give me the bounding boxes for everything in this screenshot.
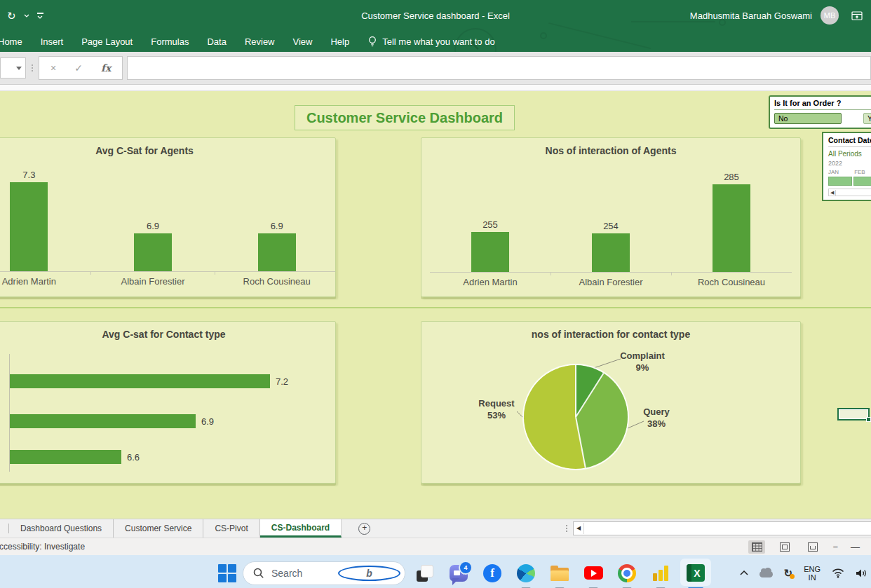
tell-me-box[interactable]: Tell me what you want to do xyxy=(368,36,494,48)
section-divider-line xyxy=(0,307,871,308)
selected-cell[interactable] xyxy=(837,408,870,421)
accessibility-status[interactable]: Accessibility: Investigate xyxy=(0,542,85,552)
onedrive-icon[interactable] xyxy=(759,568,773,577)
slicer-option-no[interactable]: No xyxy=(774,113,842,124)
task-view-icon xyxy=(417,565,433,582)
wifi-icon[interactable] xyxy=(832,568,844,578)
formula-bar-splitter[interactable] xyxy=(32,64,33,71)
ribbon-tab-review[interactable]: Review xyxy=(236,36,284,47)
name-box[interactable] xyxy=(0,57,26,78)
youtube-button[interactable] xyxy=(576,555,610,588)
worksheet-area[interactable]: Customer Service Dashboard Is It for an … xyxy=(0,91,871,519)
timeline-scrollbar[interactable]: ◀ xyxy=(828,189,871,196)
chart-avg-csat-for-contact-type[interactable]: Avg C-sat for Contact type 7.26.96.6 xyxy=(0,321,336,484)
enter-icon[interactable]: ✓ xyxy=(74,62,83,74)
file-explorer-button[interactable] xyxy=(543,555,576,588)
account-area[interactable]: Madhusmita Baruah Goswami MB xyxy=(690,6,863,25)
bar[interactable] xyxy=(713,184,750,272)
redo-icon[interactable]: ↻ xyxy=(7,11,16,21)
timeline-selection-bar[interactable] xyxy=(828,177,871,186)
chart-plot-area: 7.36.96.9 xyxy=(0,163,336,272)
timeline-period: All Periods xyxy=(828,150,871,158)
category-label: Roch Cousineau xyxy=(671,277,792,287)
bing-icon: b xyxy=(338,566,400,581)
ribbon-tab-insert[interactable]: Insert xyxy=(32,36,73,47)
status-bar: Accessibility: Investigate − — xyxy=(0,538,871,555)
sheet-tab-cs-dashboard[interactable]: CS-Dashboard xyxy=(260,519,342,538)
scroll-left-icon[interactable]: ◀ xyxy=(574,523,584,534)
bar[interactable] xyxy=(10,182,48,271)
page-break-view-button[interactable] xyxy=(804,540,821,554)
pie-chart[interactable] xyxy=(524,365,628,469)
bar[interactable] xyxy=(10,450,121,464)
pie-label-query: Query38% xyxy=(621,406,691,430)
sheet-tab-dashboard-questions[interactable]: Dashboard Questions xyxy=(9,519,114,538)
horizontal-scrollbar[interactable]: ◀ xyxy=(573,521,871,535)
tab-scroll-splitter[interactable] xyxy=(566,525,567,532)
bar[interactable] xyxy=(10,414,196,428)
dashboard-title: Customer Service Dashboard xyxy=(295,105,515,130)
category-label: Roch Cousineau xyxy=(215,276,336,287)
slicer-option-yes[interactable]: Yes xyxy=(863,113,871,124)
ribbon-tab-data[interactable]: Data xyxy=(198,36,235,47)
volume-icon[interactable] xyxy=(856,568,868,578)
taskbar-search-input[interactable]: Search b xyxy=(243,561,405,585)
chart-avg-csat-for-agents[interactable]: Avg C-Sat for Agents 7.36.96.9 Adrien Ma… xyxy=(0,137,336,297)
page-layout-view-button[interactable] xyxy=(776,540,793,554)
sheet-tab-bar: Dashboard QuestionsCustomer ServiceCS-Pi… xyxy=(0,519,871,538)
tray-chevron-icon[interactable] xyxy=(740,570,748,575)
sheet-tab-cs-pivot[interactable]: CS-Pivot xyxy=(203,519,259,538)
facebook-button[interactable]: f xyxy=(475,555,509,588)
tell-me-label: Tell me what you want to do xyxy=(382,36,494,47)
bar[interactable] xyxy=(471,232,509,272)
ribbon-display-options-icon[interactable] xyxy=(851,11,863,20)
lightbulb-icon xyxy=(368,36,377,48)
zoom-slider[interactable]: — xyxy=(851,542,861,552)
teams-chat-icon: 4 xyxy=(450,565,468,582)
ribbon-tab-page-layout[interactable]: Page Layout xyxy=(72,36,142,47)
chart-nos-of-interaction-for-contact-type[interactable]: nos of interaction for contact type Comp… xyxy=(421,321,801,484)
language-indicator[interactable]: ENGIN xyxy=(804,565,821,582)
chart-title: Avg C-Sat for Agents xyxy=(0,145,297,156)
chart-plot-area: 255254285 xyxy=(430,167,792,273)
insert-function-icon[interactable]: fx xyxy=(101,62,111,74)
facebook-icon: f xyxy=(483,564,501,582)
bar[interactable] xyxy=(134,233,172,271)
edge-button[interactable] xyxy=(509,555,543,588)
slicer-is-it-for-an-order[interactable]: Is It for an Order ? No Yes xyxy=(769,95,871,129)
bar[interactable] xyxy=(592,233,630,272)
sync-pending-icon[interactable]: ↻ xyxy=(784,567,793,580)
teams-chat-button[interactable]: 4 xyxy=(442,555,475,588)
excel-button[interactable]: X xyxy=(677,555,714,588)
system-tray: ↻ ENGIN xyxy=(740,555,868,588)
chrome-button[interactable] xyxy=(610,555,644,588)
timeline-contact-date[interactable]: Contact Date All Periods 2022 JANFEBMAR … xyxy=(822,132,871,201)
redo-dropdown-icon[interactable] xyxy=(24,14,29,18)
new-sheet-button[interactable]: + xyxy=(342,519,387,538)
task-view-button[interactable] xyxy=(408,555,442,588)
zoom-out-button[interactable]: − xyxy=(832,542,839,552)
bar[interactable] xyxy=(10,374,270,388)
bar-value-label: 6.9 xyxy=(271,221,283,231)
start-button[interactable] xyxy=(212,564,243,582)
pie-slice-separator xyxy=(575,373,604,418)
chart-nos-of-interaction-of-agents[interactable]: Nos of interaction of Agents 255254285 A… xyxy=(421,137,801,297)
avatar[interactable]: MB xyxy=(821,6,839,25)
windows-taskbar: Search b 4 f X ↻ ENGIN xyxy=(0,555,871,588)
power-bi-button[interactable] xyxy=(644,555,677,588)
ribbon-tab-view[interactable]: View xyxy=(284,36,322,47)
bar[interactable] xyxy=(258,233,296,271)
ribbon-tab-help[interactable]: Help xyxy=(321,36,358,47)
chart-title: nos of interaction for contact type xyxy=(421,329,800,340)
name-box-dropdown-icon[interactable] xyxy=(16,67,22,70)
cancel-icon[interactable]: × xyxy=(50,62,56,74)
ribbon-tab-formulas[interactable]: Formulas xyxy=(142,36,198,47)
formula-input[interactable] xyxy=(127,56,871,80)
sheet-tab-customer-service[interactable]: Customer Service xyxy=(114,519,203,538)
normal-view-button[interactable] xyxy=(748,540,765,554)
category-label: Albain Forestier xyxy=(551,277,671,287)
customize-qat-icon[interactable] xyxy=(37,13,43,19)
account-name: Madhusmita Baruah Goswami xyxy=(690,11,812,21)
ribbon-tab-home[interactable]: Home xyxy=(0,36,32,47)
category-label: Albain Forestier xyxy=(91,276,215,287)
